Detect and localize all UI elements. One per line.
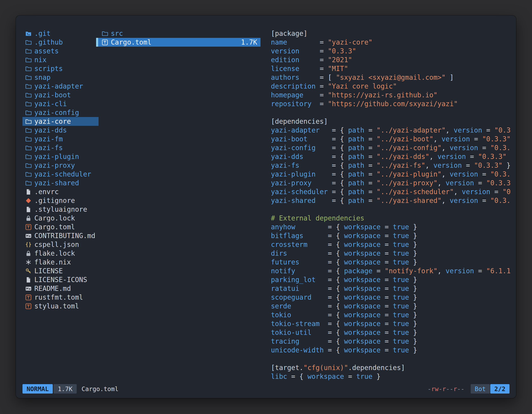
file-row-README.md[interactable]: README.md xyxy=(22,284,99,293)
file-row-yazi-boot[interactable]: yazi-boot xyxy=(22,91,99,99)
parent-pane[interactable]: .git.githubassetsnixscriptssnapyazi-adap… xyxy=(22,29,99,377)
preview-line: yazi-adapter = { path = "../yazi-adapter… xyxy=(271,126,515,135)
preview-line: yazi-proxy = { path = "../yazi-proxy", v… xyxy=(271,179,515,187)
status-bar: NORMAL 1.7K Cargo.toml -rw-r--r-- Bot 2/… xyxy=(22,384,510,394)
file-row-CONTRIBUTING.md[interactable]: CONTRIBUTING.md xyxy=(22,231,99,240)
file-row-.gitignore[interactable]: .gitignore xyxy=(22,196,99,205)
file-name: yazi-shared xyxy=(34,179,79,187)
file-row-src[interactable]: src xyxy=(96,29,260,38)
md-icon xyxy=(25,286,34,292)
file-name: nix xyxy=(34,55,47,64)
mode-indicator: NORMAL xyxy=(22,384,53,394)
folder-icon xyxy=(25,118,34,125)
file-row-yazi-scheduler[interactable]: yazi-scheduler xyxy=(22,170,99,179)
preview-line: yazi-boot = { path = "../yazi-boot", ver… xyxy=(271,135,515,143)
file-row-.envrc[interactable]: .envrc xyxy=(22,187,99,196)
preview-line: yazi-plugin = { path = "../yazi-plugin",… xyxy=(271,170,515,179)
folder-icon xyxy=(102,30,110,37)
preview-line: ratatui = { workspace = true } xyxy=(271,284,515,293)
file-row-snap[interactable]: snap xyxy=(22,73,99,82)
file-row-stylua.toml[interactable]: stylua.toml xyxy=(22,302,99,310)
status-filename: Cargo.toml xyxy=(82,385,119,393)
file-name: yazi-scheduler xyxy=(34,170,91,179)
file-name: assets xyxy=(34,47,59,55)
file-row-cspell.json[interactable]: cspell.json xyxy=(22,240,99,249)
preview-line: tokio = { workspace = true } xyxy=(271,310,515,319)
preview-line: edition = "2021" xyxy=(271,55,515,64)
preview-line: yazi-config = { path = "../yazi-config",… xyxy=(271,143,515,152)
lock-icon xyxy=(25,250,34,257)
folder-icon xyxy=(25,154,34,160)
file-row-yazi-adapter[interactable]: yazi-adapter xyxy=(22,82,99,91)
preview-line xyxy=(271,108,515,117)
file-row-yazi-proxy[interactable]: yazi-proxy xyxy=(22,161,99,170)
preview-line: libc = { workspace = true } xyxy=(271,372,515,381)
file-row-LICENSE[interactable]: LICENSE xyxy=(22,267,99,275)
file-row-scripts[interactable]: scripts xyxy=(22,64,99,73)
preview-line: notify = { package = "notify-fork", vers… xyxy=(271,267,515,275)
file-name: cspell.json xyxy=(34,240,79,249)
file-row-.github[interactable]: .github xyxy=(22,38,99,47)
terminal-window: .git.githubassetsnixscriptssnapyazi-adap… xyxy=(16,16,516,398)
preview-line: futures = { workspace = true } xyxy=(271,258,515,267)
file-row-.styluaignore[interactable]: .styluaignore xyxy=(22,205,99,214)
file-row-yazi-shared[interactable]: yazi-shared xyxy=(22,179,99,187)
file-row-yazi-fm[interactable]: yazi-fm xyxy=(22,135,99,143)
file-name: yazi-plugin xyxy=(34,152,79,161)
file-name: yazi-fs xyxy=(34,143,63,152)
file-name: yazi-adapter xyxy=(34,82,83,91)
file-row-yazi-plugin[interactable]: yazi-plugin xyxy=(22,152,99,161)
preview-pane[interactable]: [package]name = "yazi-core"version = "0.… xyxy=(271,29,515,385)
file-row-yazi-cli[interactable]: yazi-cli xyxy=(22,99,99,108)
folder-icon xyxy=(25,180,34,186)
file-row-Cargo.toml[interactable]: Cargo.toml xyxy=(22,222,99,231)
preview-line: unicode-width = { workspace = true } xyxy=(271,346,515,355)
folder-icon xyxy=(25,75,34,81)
status-bar-right: -rw-r--r-- Bot 2/2 xyxy=(428,384,510,394)
preview-line: yazi-scheduler = { path = "../yazi-sched… xyxy=(271,187,515,196)
preview-line: tokio-util = { workspace = true } xyxy=(271,328,515,337)
json-icon xyxy=(25,241,34,248)
file-row-Cargo.lock[interactable]: Cargo.lock xyxy=(22,214,99,222)
preview-line: yazi-dds = { path = "../yazi-dds", versi… xyxy=(271,152,515,161)
nix-icon xyxy=(25,259,34,265)
file-row-yazi-fs[interactable]: yazi-fs xyxy=(22,143,99,152)
file-row-flake.nix[interactable]: flake.nix xyxy=(22,258,99,267)
preview-line: tracing = { workspace = true } xyxy=(271,337,515,346)
file-row-assets[interactable]: assets xyxy=(22,47,99,55)
file-name: yazi-core xyxy=(34,117,71,126)
status-file-size: 1.7K xyxy=(54,384,76,394)
file-name: LICENSE-ICONS xyxy=(34,275,87,284)
file-icon xyxy=(25,206,34,212)
git-folder-icon xyxy=(25,30,34,37)
file-row-rustfmt.toml[interactable]: rustfmt.toml xyxy=(22,293,99,302)
folder-icon xyxy=(25,48,34,54)
preview-line: authors = [ "sxyazi <sxyazi@gmail.com>" … xyxy=(271,73,515,82)
file-name: README.md xyxy=(34,284,71,293)
folder-icon xyxy=(25,39,34,45)
file-row-yazi-config[interactable]: yazi-config xyxy=(22,108,99,117)
file-name: flake.lock xyxy=(34,249,75,258)
preview-line: [target."cfg(unix)".dependencies] xyxy=(271,363,515,372)
file-icon xyxy=(25,189,34,195)
file-row-LICENSE-ICONS[interactable]: LICENSE-ICONS xyxy=(22,275,99,284)
lock-icon xyxy=(25,215,34,221)
toml-icon xyxy=(102,39,110,45)
file-row-flake.lock[interactable]: flake.lock xyxy=(22,249,99,258)
folder-icon xyxy=(25,171,34,177)
file-name: snap xyxy=(34,73,50,82)
file-row-yazi-dds[interactable]: yazi-dds xyxy=(22,126,99,135)
file-row-.git[interactable]: .git xyxy=(22,29,99,38)
preview-line: bitflags = { workspace = true } xyxy=(271,231,515,240)
file-name: rustfmt.toml xyxy=(34,293,83,302)
file-row-Cargo.toml[interactable]: Cargo.toml1.7K xyxy=(96,38,260,47)
current-pane[interactable]: srcCargo.toml1.7K xyxy=(96,29,260,377)
file-name: flake.nix xyxy=(34,258,71,267)
file-row-nix[interactable]: nix xyxy=(22,55,99,64)
file-name: .git xyxy=(34,29,50,38)
preview-line: repository = "https://github.com/sxyazi/… xyxy=(271,99,515,108)
preview-line: yazi-shared = { path = "../yazi-shared",… xyxy=(271,196,515,205)
file-name: LICENSE xyxy=(34,267,63,275)
file-row-yazi-core[interactable]: yazi-core xyxy=(22,117,99,126)
folder-icon xyxy=(25,66,34,72)
